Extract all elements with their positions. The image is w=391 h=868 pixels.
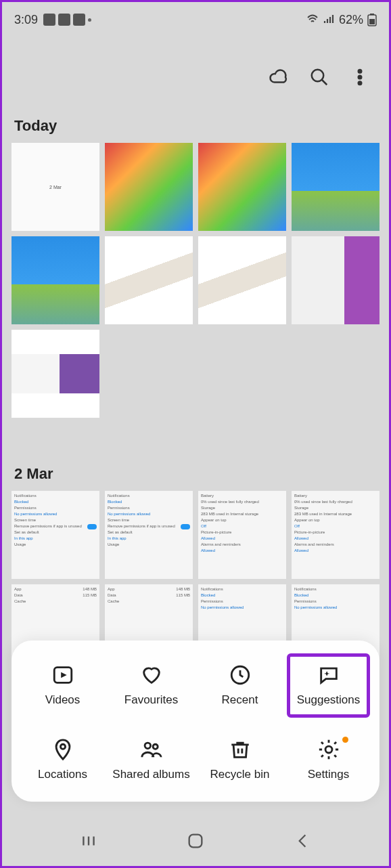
menu-label: Locations	[38, 768, 87, 781]
menu-locations[interactable]: Locations	[18, 738, 107, 781]
section-header-today: Today	[2, 117, 389, 143]
menu-recycle-bin[interactable]: Recycle bin	[196, 738, 284, 781]
more-notif-icon	[88, 18, 91, 22]
heart-icon	[140, 664, 163, 687]
video-icon	[51, 664, 74, 687]
photo-thumb[interactable]	[292, 143, 380, 231]
wifi-icon	[306, 14, 319, 26]
menu-label: Videos	[45, 693, 80, 707]
pin-icon	[51, 738, 74, 761]
menu-videos[interactable]: Videos	[18, 664, 107, 710]
screenshot-thumb[interactable]: Battery 0% used since last fully charged…	[292, 491, 380, 579]
screenshot-thumb[interactable]: Notifications Blocked Permissions No per…	[105, 491, 193, 579]
svg-point-5	[359, 76, 362, 79]
battery-pct: 62%	[339, 13, 363, 27]
suggestions-icon	[317, 664, 340, 687]
recents-button[interactable]	[80, 832, 97, 852]
cloud-icon[interactable]	[269, 67, 289, 90]
menu-label: Recycle bin	[210, 768, 270, 781]
photo-thumb[interactable]: 2 Mar	[12, 143, 99, 231]
menu-label: Recent	[222, 693, 258, 707]
menu-label: Settings	[308, 768, 349, 781]
menu-label: Shared albums	[112, 768, 189, 781]
status-time: 3:09	[14, 13, 38, 27]
menu-shared-albums[interactable]: Shared albums	[107, 738, 196, 781]
notification-dot-icon	[342, 737, 348, 743]
gallery-toolbar	[2, 33, 389, 117]
svg-rect-1	[370, 14, 374, 15]
photo-thumb[interactable]	[198, 143, 286, 231]
search-icon[interactable]	[309, 67, 329, 90]
bag-icon	[58, 14, 70, 26]
photo-thumb[interactable]	[105, 143, 193, 231]
menu-label: Suggestions	[297, 693, 361, 707]
menu-favourites[interactable]: Favourites	[107, 664, 196, 710]
image-icon	[43, 14, 55, 26]
svg-point-12	[325, 746, 332, 753]
photo-thumb[interactable]	[12, 236, 99, 324]
menu-suggestions[interactable]: Suggestions	[287, 653, 370, 717]
battery-icon	[367, 13, 377, 26]
svg-point-11	[153, 744, 158, 749]
screenshot-thumb[interactable]: Battery 0% used since last fully charged…	[198, 491, 286, 579]
photo-thumb[interactable]	[12, 330, 99, 418]
nav-bar	[2, 819, 389, 866]
photo-thumb[interactable]	[198, 236, 286, 324]
today-grid: 2 Mar	[2, 143, 389, 438]
screenshot-thumb[interactable]: Notifications Blocked Permissions No per…	[12, 491, 99, 579]
menu-sheet: Videos Favourites Recent Suggestions Loc…	[12, 641, 380, 802]
signal-icon	[323, 14, 335, 26]
section-header-2mar: 2 Mar	[2, 465, 389, 491]
photo-thumb[interactable]	[292, 236, 380, 324]
back-button[interactable]	[294, 832, 311, 852]
menu-settings[interactable]: Settings	[284, 738, 373, 781]
svg-point-4	[359, 70, 362, 73]
photo-thumb[interactable]	[105, 236, 193, 324]
menu-recent[interactable]: Recent	[196, 664, 284, 710]
home-button[interactable]	[186, 831, 205, 853]
svg-point-10	[145, 743, 151, 749]
clock-icon	[229, 664, 252, 687]
menu-label: Favourites	[124, 693, 178, 707]
svg-point-3	[312, 70, 324, 82]
check-icon	[73, 14, 85, 26]
more-icon[interactable]	[350, 67, 370, 90]
svg-point-9	[60, 744, 65, 749]
svg-rect-13	[189, 835, 202, 848]
trash-icon	[229, 738, 252, 761]
svg-rect-2	[369, 19, 375, 24]
status-bar: 3:09 62%	[2, 2, 389, 33]
gear-icon	[317, 738, 340, 761]
svg-point-6	[359, 82, 362, 85]
people-icon	[140, 738, 163, 761]
